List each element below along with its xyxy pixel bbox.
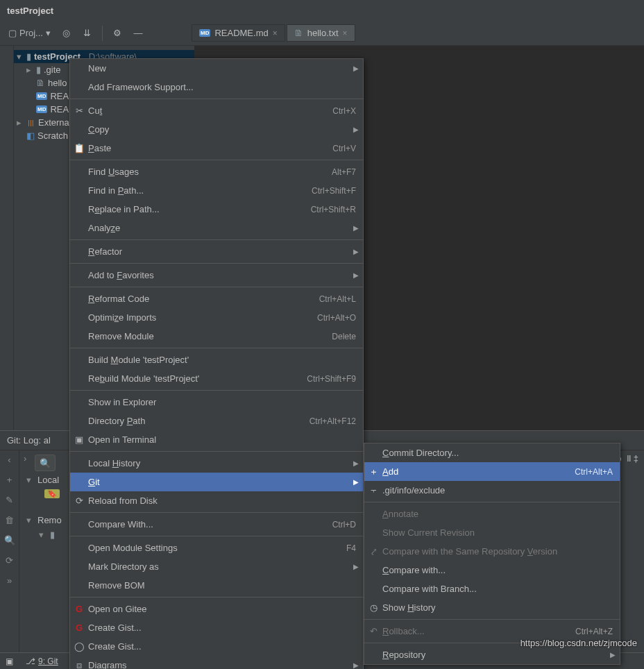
back-icon[interactable]: ‹ [8,455,10,465]
menu-item[interactable]: Rebuild Module 'testProject'Ctrl+Shift+F… [70,369,363,388]
menu-item-label: Show in Explorer [88,397,156,407]
status-git[interactable]: ⎇9: Git [26,657,58,666]
menu-separator [364,619,620,620]
paste-icon: 📋 [73,143,85,153]
chevron-down-icon: ▾ [26,475,33,485]
tab-hello[interactable]: 🗎 hello.txt × [287,24,355,42]
menu-item[interactable]: Git▶ [70,473,363,491]
menu-item-label: Repository [382,650,425,660]
trash-icon[interactable]: 🗑 [5,515,14,525]
menu-item[interactable]: ⫟.git/info/exclude [364,481,620,500]
menu-item[interactable]: Mark Directory as▶ [70,557,363,576]
gear-icon[interactable]: ⚙ [108,24,126,42]
menu-item[interactable]: Compare with Branch... [364,579,620,598]
terminal-icon: ▣ [73,434,85,445]
expand-icon[interactable]: » [7,575,12,586]
menu-item[interactable]: Optimize ImportsCtrl+Alt+O [70,308,363,327]
menu-item[interactable]: ⤤Compare with the Same Repository Versio… [364,542,620,561]
git-search-input[interactable]: 🔍 [35,455,56,471]
git-submenu[interactable]: Commit Directory...＋AddCtrl+Alt+A⫟.git/i… [364,443,620,665]
menu-item[interactable]: Find in Path...Ctrl+Shift+F [70,181,363,200]
target-icon[interactable]: ◎ [58,24,76,42]
folder-icon: ▮ [36,65,41,75]
refresh-icon[interactable]: ⟳ [6,555,13,566]
toolbar: ▢ Proj... ▾ ◎ ⇊ ⚙ — MD README.md × 🗎 hel… [0,21,644,46]
chevron-down-icon: ▾ [39,530,46,540]
menu-item[interactable]: Local History▶ [70,454,363,473]
key-icon[interactable]: ✎ [6,495,13,505]
menu-shortcut: Ctrl+X [332,106,356,116]
menu-item[interactable]: Open Module SettingsF4 [70,539,363,557]
menu-item[interactable]: Refactor▶ [70,242,363,261]
menu-item-label: Compare with... [382,565,446,575]
menu-item[interactable]: 📋PasteCtrl+V [70,139,363,158]
chevron-down-icon: ▾ [17,51,24,62]
menu-item[interactable]: ◷Show History [364,598,620,617]
menu-item[interactable]: Add Framework Support... [70,78,363,96]
menu-item[interactable]: Analyze▶ [70,219,363,237]
menu-separator [70,451,363,452]
menu-item[interactable]: Show Current Revision [364,523,620,542]
menu-item-label: Paste [88,143,111,153]
menu-item[interactable]: ＋AddCtrl+Alt+A [364,462,620,481]
menu-item[interactable]: ✂CutCtrl+X [70,101,363,120]
file-icon: 🗎 [36,78,45,88]
menu-item-label: Reload from Disk [88,496,158,506]
tab-readme[interactable]: MD README.md × [192,24,285,42]
title-bar: testProject [0,0,644,21]
menu-item-label: Annotate [382,509,418,519]
menu-item[interactable]: Annotate [364,505,620,523]
minimize-icon[interactable]: — [129,24,147,42]
collapse-icon[interactable]: ⇊ [78,24,96,42]
menu-item[interactable]: Compare with... [364,561,620,579]
menu-item[interactable]: Directory PathCtrl+Alt+F12 [70,412,363,430]
menu-item[interactable]: GCreate Gist... [70,618,363,637]
menu-item[interactable]: ⟳Reload from Disk [70,491,363,510]
forward-icon[interactable]: › [24,453,26,473]
gutter [0,46,14,430]
menu-item[interactable]: Find UsagesAlt+F7 [70,162,363,181]
github-icon: ◯ [73,641,85,652]
markdown-icon: MD [36,92,47,100]
close-icon[interactable]: × [343,28,348,38]
project-dropdown[interactable]: ▢ Proj... ▾ [4,24,55,42]
menu-shortcut: Ctrl+Shift+F [312,186,356,196]
menu-shortcut: Ctrl+Alt+Z [575,627,613,636]
menu-item-label: Directory Path [88,416,145,426]
menu-separator [70,99,363,99]
menu-item-label: Analyze [88,223,120,233]
chevron-right-icon: ▶ [353,224,359,232]
menu-item[interactable]: Remove ModuleDelete [70,327,363,346]
menu-item[interactable]: ⧈Diagrams▶ [70,656,363,669]
window-icon: ▢ [8,28,17,38]
menu-item-label: Rollback... [382,626,425,636]
menu-separator [70,597,363,598]
menu-item-label: Remove BOM [88,580,145,591]
menu-shortcut: F4 [346,543,356,553]
sort-icon[interactable]: ll ‡ [627,453,638,464]
menu-item[interactable]: GOpen on Gitee [70,600,363,618]
menu-item[interactable]: Repository▶ [364,645,620,664]
menu-item[interactable]: Replace in Path...Ctrl+Shift+R [70,200,363,219]
menu-item[interactable]: Build Module 'testProject' [70,350,363,369]
menu-item[interactable]: Compare With...Ctrl+D [70,515,363,534]
chevron-right-icon: ▶ [353,65,359,72]
menu-shortcut: Ctrl+Alt+O [317,313,356,323]
expand-icon[interactable]: ▣ [6,657,13,666]
close-icon[interactable]: × [273,28,278,38]
menu-item-label: Find Usages [88,167,139,177]
menu-item-label: Show Current Revision [382,527,475,538]
menu-item[interactable]: Show in Explorer [70,393,363,412]
menu-item[interactable]: ◯Create Gist... [70,637,363,656]
menu-item[interactable]: Copy▶ [70,120,363,139]
menu-item[interactable]: New▶ [70,59,363,78]
context-menu[interactable]: New▶Add Framework Support...✂CutCtrl+XCo… [69,58,364,669]
menu-item[interactable]: Reformat CodeCtrl+Alt+L [70,289,363,308]
menu-item[interactable]: Remove BOM [70,576,363,595]
plus-icon[interactable]: + [7,475,12,485]
menu-item[interactable]: Commit Directory... [364,443,620,462]
git-side-tools: ‹ + ✎ 🗑 🔍 ⟳ » [0,450,19,652]
search-icon[interactable]: 🔍 [4,535,15,545]
menu-item[interactable]: Add to Favorites▶ [70,266,363,285]
menu-item[interactable]: ▣Open in Terminal [70,430,363,449]
